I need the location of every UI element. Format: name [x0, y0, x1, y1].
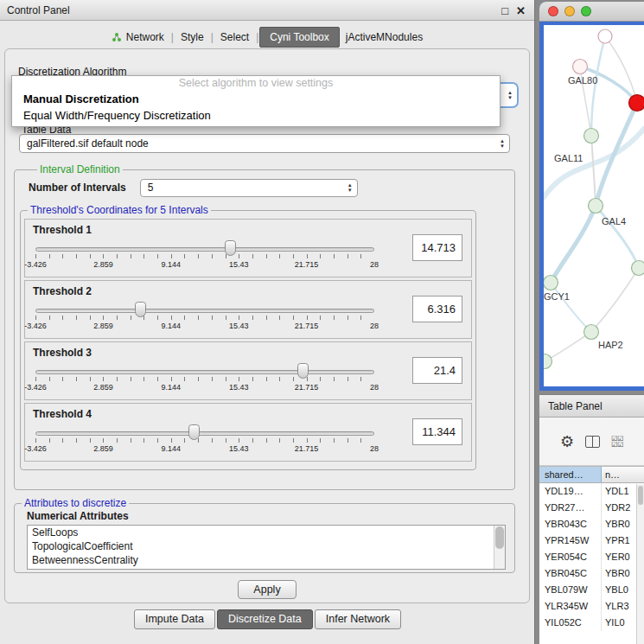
gear-icon[interactable]: ⚙ — [560, 434, 574, 450]
network-node[interactable] — [544, 276, 558, 290]
tab-select[interactable]: Select — [214, 28, 255, 47]
tab-network[interactable]: Network — [105, 28, 170, 47]
tab-impute-data[interactable]: Impute Data — [134, 609, 215, 629]
table-cell[interactable]: YDR27… — [539, 500, 602, 516]
slider-thumb[interactable] — [225, 240, 236, 256]
tab-jactivemodules[interactable]: jActiveMNodules — [340, 28, 429, 47]
tab-infer-network[interactable]: Infer Network — [315, 609, 401, 629]
network-edge[interactable] — [551, 283, 591, 332]
algorithm-placeholder-item[interactable]: Select algorithm to view settings — [12, 76, 500, 91]
network-node[interactable] — [589, 199, 603, 214]
network-edge[interactable] — [551, 206, 596, 283]
table-panel-title: Table Panel — [548, 400, 603, 412]
table-data-value: galFiltered.sif default node — [27, 137, 149, 150]
tick-label: 9.144 — [162, 322, 182, 330]
network-node[interactable] — [632, 261, 644, 276]
tab-style-label: Style — [181, 31, 204, 43]
network-node-label: GAL4 — [602, 216, 626, 226]
number-of-intervals-combobox[interactable]: 5 ▲ ▼ — [140, 179, 358, 197]
threshold-4-slider[interactable]: -3.426 2.859 9.144 15.43 21.715 28 — [35, 423, 374, 461]
threshold-2-slider[interactable]: -3.426 2.859 9.144 15.43 21.715 28 — [35, 300, 374, 338]
slider-track[interactable] — [35, 370, 374, 374]
network-edge[interactable] — [545, 332, 591, 361]
network-canvas[interactable]: GAL80GAL11GAL4GCY1HAP2 — [544, 25, 644, 386]
table-row[interactable]: YBR045C YBR0 — [539, 565, 644, 582]
table-cell[interactable]: YBR045C — [539, 565, 602, 582]
minimize-traffic-light[interactable] — [564, 6, 575, 16]
threshold-2-value-field[interactable]: 6.316 — [412, 296, 462, 322]
slider-track[interactable] — [35, 247, 374, 252]
table-row[interactable]: YPR145W YPR1 — [539, 532, 644, 549]
slider-track[interactable] — [35, 309, 374, 313]
network-node-label: GCY1 — [544, 291, 570, 302]
network-edge[interactable] — [591, 268, 639, 332]
threshold-1-value-field[interactable]: 14.713 — [412, 234, 462, 261]
scrollbar-thumb[interactable] — [495, 526, 504, 549]
network-node[interactable] — [629, 95, 644, 112]
table-cell[interactable]: YDL19… — [539, 483, 602, 500]
network-node[interactable] — [584, 129, 599, 143]
table-cell[interactable]: YBR043C — [539, 516, 602, 532]
network-node[interactable] — [584, 325, 599, 340]
tab-style[interactable]: Style — [175, 28, 210, 47]
table-cell[interactable]: YER054C — [539, 549, 602, 565]
apply-button[interactable]: Apply — [238, 580, 296, 599]
network-edge[interactable] — [591, 36, 605, 136]
network-node[interactable] — [598, 29, 612, 43]
table-row[interactable]: YER054C YER0 — [539, 549, 644, 565]
algorithm-dropdown-popup: Select algorithm to view settings Manual… — [11, 75, 501, 127]
network-node[interactable] — [573, 60, 588, 74]
tick-label: 15.43 — [229, 322, 249, 330]
threshold-1-slider[interactable]: -3.426 2.859 9.144 15.43 21.715 28 — [35, 239, 374, 277]
slider-thumb[interactable] — [188, 424, 200, 440]
table-row[interactable]: YDL19… YDL1 — [539, 483, 644, 500]
list-item[interactable]: BetweennessCentrality — [28, 553, 505, 567]
table-cell[interactable]: YBL079W — [539, 582, 602, 598]
column-header-name[interactable]: n… — [602, 467, 644, 482]
close-traffic-light[interactable] — [548, 6, 558, 16]
network-node-label: HAP2 — [598, 340, 623, 350]
table-row[interactable]: YBL079W YBL0 — [539, 582, 644, 598]
network-edge[interactable] — [605, 36, 637, 103]
table-scrollbar[interactable] — [636, 484, 644, 644]
select-columns-check-icon[interactable]: ☑☑ ☑☑ — [611, 436, 623, 448]
slider-ticks — [35, 254, 374, 258]
network-edge[interactable] — [596, 103, 637, 206]
threshold-1-panel: Threshold 1 -3.426 2.859 9.144 15.43 21.… — [24, 219, 472, 277]
threshold-3-value-field[interactable]: 21.4 — [412, 357, 462, 384]
slider-ticks — [35, 438, 374, 443]
close-window-icon[interactable]: ✕ — [516, 4, 526, 17]
table-row[interactable]: YBR043C YBR0 — [539, 516, 644, 532]
tick-label: 2.859 — [93, 322, 113, 330]
column-header-shared-name[interactable]: shared… — [539, 467, 602, 482]
tab-cyni-toolbox-label: Cyni Toolbox — [270, 31, 328, 43]
algorithm-option-equal-width[interactable]: Equal Width/Frequency Discretization — [12, 107, 500, 124]
table-cell[interactable]: YLR345W — [539, 598, 602, 615]
slider-thumb[interactable] — [297, 363, 309, 379]
threshold-4-value-field[interactable]: 11.344 — [412, 418, 462, 445]
algorithm-option-manual[interactable]: Manual Discretization — [12, 91, 500, 107]
float-window-icon[interactable]: □ — [501, 4, 508, 17]
table-cell[interactable]: YPR145W — [539, 532, 602, 549]
table-data-combobox[interactable]: galFiltered.sif default node ▲ ▼ — [19, 134, 510, 153]
list-item[interactable]: SelfLoops — [28, 526, 505, 539]
tab-cyni-toolbox[interactable]: Cyni Toolbox — [259, 27, 339, 48]
list-item[interactable]: TopologicalCoefficient — [28, 539, 505, 553]
tab-discretize-data[interactable]: Discretize Data — [217, 609, 313, 629]
scrollbar-thumb[interactable] — [638, 486, 643, 505]
table-row[interactable]: YIL052C YIL0 — [539, 615, 644, 631]
network-edge[interactable] — [591, 136, 596, 206]
table-cell[interactable]: YIL052C — [539, 615, 602, 631]
tick-label: 28 — [370, 444, 379, 453]
zoom-traffic-light[interactable] — [581, 6, 591, 16]
slider-track[interactable] — [35, 431, 374, 436]
threshold-3-slider[interactable]: -3.426 2.859 9.144 15.43 21.715 28 — [35, 361, 374, 399]
network-edge[interactable] — [596, 206, 639, 268]
threshold-1-label: Threshold 1 — [33, 224, 92, 236]
attributes-scrollbar[interactable] — [494, 526, 505, 569]
slider-thumb[interactable] — [135, 302, 146, 317]
table-row[interactable]: YLR345W YLR3 — [539, 598, 644, 615]
network-node[interactable] — [544, 354, 552, 369]
table-row[interactable]: YDR27… YDR2 — [539, 500, 644, 516]
columns-icon[interactable] — [585, 436, 600, 448]
